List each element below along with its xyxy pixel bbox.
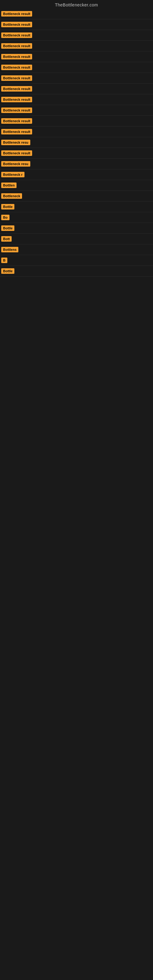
bottleneck-badge-23[interactable]: Bottlens xyxy=(1,247,18,252)
bottleneck-item-5: Bottleneck result xyxy=(0,51,153,62)
bottleneck-badge-25[interactable]: Bottle xyxy=(1,268,14,274)
bottleneck-badge-17[interactable]: Bottlen xyxy=(1,183,16,188)
bottleneck-item-8: Bottleneck result xyxy=(0,84,153,94)
bottleneck-item-15: Bottleneck resu xyxy=(0,159,153,169)
bottleneck-item-22: Bott xyxy=(0,234,153,244)
bottleneck-badge-9[interactable]: Bottleneck result xyxy=(1,97,32,102)
bottleneck-item-11: Bottleneck result xyxy=(0,116,153,126)
bottleneck-badge-7[interactable]: Bottleneck result xyxy=(1,75,32,81)
bottleneck-badge-16[interactable]: Bottleneck r xyxy=(1,172,24,177)
bottleneck-badge-24[interactable]: B xyxy=(1,258,7,263)
bottleneck-item-13: Bottleneck resu xyxy=(0,137,153,148)
bottleneck-badge-4[interactable]: Bottleneck result xyxy=(1,43,32,49)
bottleneck-badge-21[interactable]: Bottle xyxy=(1,225,14,231)
bottleneck-item-3: Bottleneck result xyxy=(0,30,153,41)
bottleneck-item-20: Bo xyxy=(0,212,153,223)
bottleneck-item-24: B xyxy=(0,255,153,266)
bottleneck-badge-22[interactable]: Bott xyxy=(1,236,12,242)
bottleneck-badge-11[interactable]: Bottleneck result xyxy=(1,118,32,124)
items-list: Bottleneck resultBottleneck resultBottle… xyxy=(0,9,153,277)
bottleneck-badge-13[interactable]: Bottleneck resu xyxy=(1,140,30,145)
bottleneck-badge-20[interactable]: Bo xyxy=(1,215,10,220)
bottleneck-item-16: Bottleneck r xyxy=(0,169,153,180)
bottleneck-badge-15[interactable]: Bottleneck resu xyxy=(1,161,30,167)
bottleneck-badge-2[interactable]: Bottleneck result xyxy=(1,22,32,27)
bottleneck-badge-19[interactable]: Bottle xyxy=(1,204,14,210)
page-container: TheBottlenecker.com Bottleneck resultBot… xyxy=(0,0,153,980)
bottleneck-item-14: Bottleneck result xyxy=(0,148,153,159)
bottleneck-item-4: Bottleneck result xyxy=(0,41,153,51)
bottleneck-badge-12[interactable]: Bottleneck result xyxy=(1,129,32,134)
bottleneck-badge-14[interactable]: Bottleneck result xyxy=(1,150,32,156)
site-title: TheBottlenecker.com xyxy=(0,0,153,9)
bottleneck-item-7: Bottleneck result xyxy=(0,73,153,84)
bottleneck-item-19: Bottle xyxy=(0,202,153,212)
bottleneck-badge-5[interactable]: Bottleneck result xyxy=(1,54,32,59)
bottleneck-badge-8[interactable]: Bottleneck result xyxy=(1,86,32,92)
bottleneck-item-17: Bottlen xyxy=(0,180,153,191)
bottleneck-badge-6[interactable]: Bottleneck result xyxy=(1,65,32,70)
bottleneck-badge-18[interactable]: Bottleneck xyxy=(1,193,22,199)
bottleneck-item-6: Bottleneck result xyxy=(0,62,153,73)
bottleneck-item-12: Bottleneck result xyxy=(0,126,153,137)
bottleneck-badge-3[interactable]: Bottleneck result xyxy=(1,32,32,38)
bottleneck-item-10: Bottleneck result xyxy=(0,105,153,116)
bottleneck-badge-10[interactable]: Bottleneck result xyxy=(1,108,32,113)
bottleneck-item-1: Bottleneck result xyxy=(0,9,153,19)
bottleneck-item-25: Bottle xyxy=(0,266,153,277)
bottleneck-item-21: Bottle xyxy=(0,223,153,234)
bottleneck-badge-1[interactable]: Bottleneck result xyxy=(1,11,32,16)
bottleneck-item-2: Bottleneck result xyxy=(0,19,153,30)
bottleneck-item-9: Bottleneck result xyxy=(0,94,153,105)
bottleneck-item-23: Bottlens xyxy=(0,244,153,255)
bottleneck-item-18: Bottleneck xyxy=(0,191,153,202)
